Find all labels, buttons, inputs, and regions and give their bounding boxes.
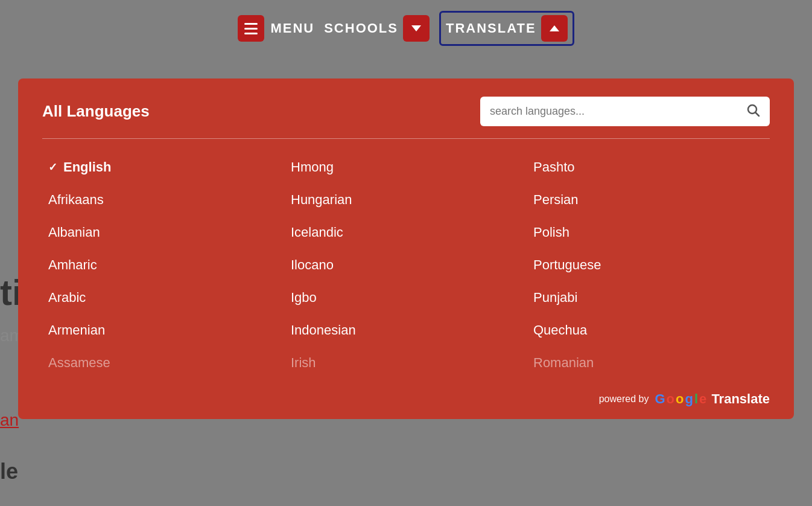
language-column-3: Pashto Persian Polish Portuguese Punjabi… bbox=[527, 151, 770, 379]
lang-item-albanian[interactable]: Albanian bbox=[42, 216, 285, 249]
chevron-down-icon bbox=[411, 25, 421, 31]
lang-item-irish[interactable]: Irish bbox=[285, 347, 527, 379]
svg-line-1 bbox=[756, 113, 760, 117]
lang-item-icelandic[interactable]: Icelandic bbox=[285, 216, 527, 249]
lang-item-english[interactable]: ✓ English bbox=[42, 151, 285, 184]
translate-word: Translate bbox=[708, 391, 770, 407]
search-input[interactable] bbox=[490, 105, 741, 118]
lang-item-afrikaans[interactable]: Afrikaans bbox=[42, 184, 285, 216]
lang-item-polish[interactable]: Polish bbox=[527, 216, 770, 249]
bg-text: le bbox=[0, 459, 18, 484]
lang-item-portuguese[interactable]: Portuguese bbox=[527, 249, 770, 281]
search-box bbox=[480, 97, 770, 126]
lang-item-pashto[interactable]: Pashto bbox=[527, 151, 770, 184]
hamburger-icon bbox=[244, 23, 258, 34]
chevron-up-icon bbox=[550, 25, 559, 31]
bg-link: an bbox=[0, 411, 19, 430]
lang-item-persian[interactable]: Persian bbox=[527, 184, 770, 216]
all-languages-title: All Languages bbox=[42, 102, 150, 121]
dropdown-header: All Languages bbox=[42, 97, 770, 126]
language-column-1: ✓ English Afrikaans Albanian Amharic Ara… bbox=[42, 151, 285, 379]
translate-label: TRANSLATE bbox=[446, 21, 536, 36]
schools-button[interactable]: SCHOOLS bbox=[324, 15, 430, 42]
search-icon bbox=[746, 103, 760, 120]
lang-item-amharic[interactable]: Amharic bbox=[42, 249, 285, 281]
header: MENU SCHOOLS TRANSLATE bbox=[0, 0, 812, 57]
menu-label: MENU bbox=[270, 21, 314, 36]
lang-item-hmong[interactable]: Hmong bbox=[285, 151, 527, 184]
lang-item-punjabi[interactable]: Punjabi bbox=[527, 281, 770, 314]
language-column-2: Hmong Hungarian Icelandic Ilocano Igbo I… bbox=[285, 151, 527, 379]
lang-item-ilocano[interactable]: Ilocano bbox=[285, 249, 527, 281]
lang-item-romanian[interactable]: Romanian bbox=[527, 347, 770, 379]
dropdown-footer: powered by Google Translate bbox=[42, 385, 770, 407]
translate-button[interactable]: TRANSLATE bbox=[439, 11, 574, 46]
lang-item-igbo[interactable]: Igbo bbox=[285, 281, 527, 314]
translate-chevron-box bbox=[541, 15, 568, 42]
lang-item-assamese[interactable]: Assamese bbox=[42, 347, 285, 379]
lang-item-quechua[interactable]: Quechua bbox=[527, 314, 770, 347]
language-grid: ✓ English Afrikaans Albanian Amharic Ara… bbox=[42, 151, 770, 379]
translate-dropdown: All Languages ✓ English Afrikaans Alb bbox=[18, 78, 794, 419]
schools-label: SCHOOLS bbox=[324, 21, 398, 36]
checkmark-icon: ✓ bbox=[48, 161, 57, 174]
powered-by-text: powered by bbox=[599, 394, 649, 405]
lang-item-armenian[interactable]: Armenian bbox=[42, 314, 285, 347]
lang-item-indonesian[interactable]: Indonesian bbox=[285, 314, 527, 347]
lang-item-arabic[interactable]: Arabic bbox=[42, 281, 285, 314]
schools-chevron-box bbox=[403, 15, 430, 42]
menu-icon-box bbox=[238, 15, 264, 42]
lang-item-hungarian[interactable]: Hungarian bbox=[285, 184, 527, 216]
google-translate-logo: Google Translate bbox=[655, 391, 770, 407]
menu-button[interactable]: MENU bbox=[238, 15, 314, 42]
divider bbox=[42, 138, 770, 139]
